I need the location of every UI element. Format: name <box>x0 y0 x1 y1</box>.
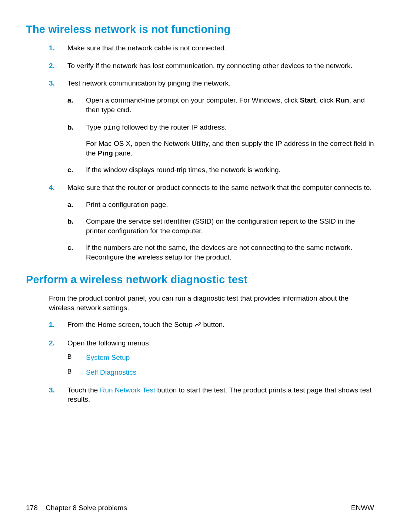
setup-icon <box>194 321 201 330</box>
bullet-marker: B <box>67 368 71 376</box>
list-marker: a. <box>67 200 73 210</box>
list-text: Print a configuration page. <box>86 201 168 208</box>
mono-cmd: cmd <box>117 106 129 114</box>
list-item: 3. Touch the Run Network Test button to … <box>49 385 374 404</box>
list-item: c. If the numbers are not the same, the … <box>67 243 374 262</box>
sublist: a. Print a configuration page. b. Compar… <box>67 200 374 262</box>
menu-run-network-test: Run Network Test <box>100 386 156 394</box>
list-marker: 1. <box>49 320 55 329</box>
list-item: 1. From the Home screen, touch the Setup… <box>49 320 374 330</box>
list-text: Make sure that the network cable is not … <box>67 44 226 52</box>
list-item: B Self Diagnostics <box>67 368 374 377</box>
menu-self-diagnostics: Self Diagnostics <box>86 368 136 376</box>
bold-start: Start <box>300 96 316 104</box>
list-marker: c. <box>67 243 73 252</box>
bold-ping-pane: Ping <box>98 149 113 157</box>
list-text: Test network communication by pinging th… <box>67 79 230 87</box>
bullet-marker: B <box>67 353 71 361</box>
bold-run: Run <box>336 96 349 104</box>
page-number: 178 <box>26 503 44 513</box>
list-item: b. Type ping followed by the router IP a… <box>67 123 374 158</box>
list-marker: c. <box>67 165 73 175</box>
list-marker: 2. <box>49 338 55 348</box>
list-item: c. If the window displays round-trip tim… <box>67 165 374 175</box>
list-text: Compare the service set identifier (SSID… <box>86 217 355 235</box>
sublist: a. Open a command-line prompt on your co… <box>67 96 374 175</box>
list-item: 3. Test network communication by pinging… <box>49 78 374 174</box>
menu-system-setup: System Setup <box>86 354 130 361</box>
list-text: Type ping followed by the router IP addr… <box>86 123 227 131</box>
list-text: Make sure that the router or product con… <box>67 184 372 191</box>
heading-wireless-not-functioning: The wireless network is not functioning <box>26 22 374 37</box>
list-text: If the numbers are not the same, the dev… <box>86 244 352 261</box>
heading-diagnostic-test: Perform a wireless network diagnostic te… <box>26 272 374 287</box>
page: The wireless network is not functioning … <box>0 0 400 532</box>
list-item: 1. Make sure that the network cable is n… <box>49 43 374 53</box>
menu-bullets: B System Setup B Self Diagnostics <box>67 353 374 377</box>
list-marker: a. <box>67 96 73 105</box>
list-item: B System Setup <box>67 353 374 362</box>
list-text: If the window displays round-trip times,… <box>86 166 281 174</box>
list-text: Touch the Run Network Test button to sta… <box>67 386 371 404</box>
list-marker: 1. <box>49 43 55 53</box>
list-text: Open a command-line prompt on your compu… <box>86 96 365 114</box>
list-section1: 1. Make sure that the network cable is n… <box>49 43 374 262</box>
list-marker: b. <box>67 123 74 132</box>
list-text: Open the following menus <box>67 339 149 347</box>
list-item: a. Print a configuration page. <box>67 200 374 210</box>
list-item: b. Compare the service set identifier (S… <box>67 217 374 235</box>
list-section2: 1. From the Home screen, touch the Setup… <box>49 320 374 404</box>
footer-left: 178 Chapter 8 Solve problems <box>26 503 127 513</box>
list-item: a. Open a command-line prompt on your co… <box>67 96 374 115</box>
page-footer: 178 Chapter 8 Solve problems ENWW <box>26 503 374 513</box>
list-item: 2. To verify if the network has lost com… <box>49 61 374 71</box>
intro-paragraph: From the product control panel, you can … <box>49 294 374 312</box>
list-item: 2. Open the following menus B System Set… <box>49 338 374 377</box>
list-text: To verify if the network has lost commun… <box>67 62 353 70</box>
mono-ping: ping <box>103 124 120 132</box>
list-text: From the Home screen, touch the Setup bu… <box>67 321 225 328</box>
list-marker: 2. <box>49 61 55 71</box>
list-marker: 4. <box>49 183 55 193</box>
list-marker: 3. <box>49 385 55 395</box>
footer-right: ENWW <box>351 503 374 513</box>
paragraph: For Mac OS X, open the Network Utility, … <box>86 139 374 158</box>
chapter-label: Chapter 8 Solve problems <box>46 504 127 512</box>
list-marker: 3. <box>49 78 55 88</box>
list-item: 4. Make sure that the router or product … <box>49 183 374 262</box>
list-marker: b. <box>67 217 74 226</box>
